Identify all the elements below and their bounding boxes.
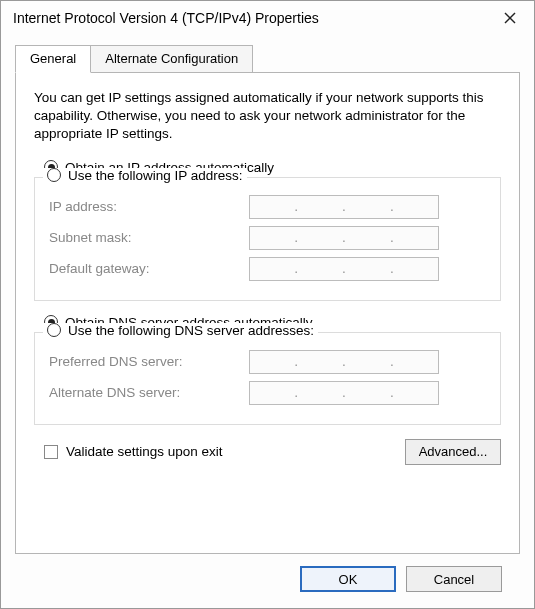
dialog-body: General Alternate Configuration You can …: [1, 35, 534, 608]
input-subnet-mask[interactable]: ...: [249, 226, 439, 250]
bottom-row: Validate settings upon exit Advanced...: [34, 439, 501, 465]
input-preferred-dns[interactable]: ...: [249, 350, 439, 374]
dialog-window: Internet Protocol Version 4 (TCP/IPv4) P…: [0, 0, 535, 609]
checkbox-validate-label: Validate settings upon exit: [66, 444, 223, 459]
radio-dns-manual-label: Use the following DNS server addresses:: [68, 323, 314, 338]
advanced-button[interactable]: Advanced...: [405, 439, 501, 465]
radio-icon: [47, 168, 61, 182]
ip-fieldset: Use the following IP address: IP address…: [34, 177, 501, 301]
label-alternate-dns: Alternate DNS server:: [49, 385, 249, 400]
close-icon[interactable]: [496, 7, 524, 29]
radio-dns-manual[interactable]: Use the following DNS server addresses:: [43, 323, 318, 338]
checkbox-validate[interactable]: Validate settings upon exit: [44, 444, 223, 459]
radio-icon: [47, 323, 61, 337]
tab-panel-general: You can get IP settings assigned automat…: [15, 72, 520, 554]
row-subnet-mask: Subnet mask: ...: [49, 226, 486, 250]
intro-text: You can get IP settings assigned automat…: [34, 89, 501, 144]
input-alternate-dns[interactable]: ...: [249, 381, 439, 405]
titlebar: Internet Protocol Version 4 (TCP/IPv4) P…: [1, 1, 534, 35]
tab-strip: General Alternate Configuration: [15, 45, 520, 72]
window-title: Internet Protocol Version 4 (TCP/IPv4) P…: [13, 10, 319, 26]
row-ip-address: IP address: ...: [49, 195, 486, 219]
label-subnet-mask: Subnet mask:: [49, 230, 249, 245]
tab-general[interactable]: General: [15, 45, 91, 73]
tab-alternate[interactable]: Alternate Configuration: [91, 45, 253, 72]
input-default-gateway[interactable]: ...: [249, 257, 439, 281]
dialog-footer: OK Cancel: [15, 554, 520, 608]
checkbox-icon: [44, 445, 58, 459]
row-default-gateway: Default gateway: ...: [49, 257, 486, 281]
radio-ip-manual[interactable]: Use the following IP address:: [43, 168, 247, 183]
row-alternate-dns: Alternate DNS server: ...: [49, 381, 486, 405]
label-default-gateway: Default gateway:: [49, 261, 249, 276]
radio-ip-manual-label: Use the following IP address:: [68, 168, 243, 183]
label-preferred-dns: Preferred DNS server:: [49, 354, 249, 369]
row-preferred-dns: Preferred DNS server: ...: [49, 350, 486, 374]
cancel-button[interactable]: Cancel: [406, 566, 502, 592]
ok-button[interactable]: OK: [300, 566, 396, 592]
input-ip-address[interactable]: ...: [249, 195, 439, 219]
dns-fieldset: Use the following DNS server addresses: …: [34, 332, 501, 425]
label-ip-address: IP address:: [49, 199, 249, 214]
